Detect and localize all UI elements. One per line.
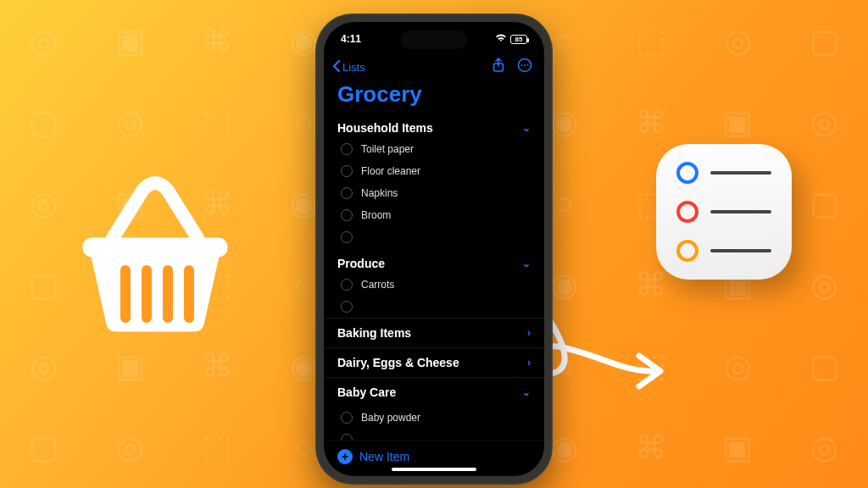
chevron-right-icon: › (527, 327, 531, 339)
svg-rect-0 (83, 238, 227, 257)
promo-stage: ◎▣⌘◉◇▤○⬚◎▢ ▢◎⬚○▤◇◉⌘▣◎ ◎▣⌘◉◇▤○⬚◎▢ ▢◎⬚○▤◇◉… (0, 0, 868, 488)
checkbox-circle[interactable] (341, 165, 353, 177)
chevron-down-icon: ⌄ (522, 258, 531, 269)
reminders-app-icon (656, 144, 792, 280)
checkbox-circle[interactable] (341, 434, 353, 440)
section-head-household[interactable]: Household Items ⌄ (324, 114, 544, 138)
list-title: Grocery (324, 80, 544, 114)
back-button[interactable]: Lists (332, 60, 365, 75)
checkbox-circle[interactable] (341, 209, 353, 221)
section-label: Household Items (337, 121, 433, 135)
section-head-babycare[interactable]: Baby Care ⌄ (324, 377, 544, 407)
checkbox-circle[interactable] (341, 231, 353, 243)
svg-point-8 (524, 64, 526, 66)
reminder-item[interactable]: Broom (324, 204, 544, 226)
battery-icon: 85 (510, 35, 527, 44)
checkbox-circle[interactable] (341, 143, 353, 155)
reminder-item[interactable]: Baby powder (324, 407, 544, 429)
section-label: Baby Care (337, 385, 396, 399)
reminder-item[interactable]: Carrots (324, 274, 544, 296)
more-icon[interactable] (517, 58, 532, 76)
back-label: Lists (342, 61, 365, 74)
dynamic-island (401, 30, 467, 49)
section-head-dairy[interactable]: Dairy, Eggs & Cheese › (324, 347, 544, 377)
chevron-down-icon: ⌄ (522, 386, 531, 398)
section-label: Dairy, Eggs & Cheese (337, 356, 459, 369)
svg-point-7 (521, 64, 523, 66)
chevron-left-icon (332, 60, 341, 75)
reminder-item-empty[interactable] (324, 296, 544, 318)
iphone-frame: 4:11 85 Lists (315, 14, 553, 485)
svg-point-9 (527, 64, 529, 66)
checkbox-circle[interactable] (341, 279, 353, 291)
section-label: Produce (337, 257, 385, 270)
plus-circle-icon: + (337, 449, 353, 464)
new-item-label: New Item (359, 450, 409, 463)
reminder-item[interactable]: Toilet paper (324, 138, 544, 160)
list-content[interactable]: Household Items ⌄ Toilet paper Floor cle… (324, 114, 544, 440)
section-head-produce[interactable]: Produce ⌄ (324, 248, 544, 274)
chevron-down-icon: ⌄ (522, 122, 531, 134)
checkbox-circle[interactable] (341, 412, 353, 424)
basket-icon (66, 165, 244, 338)
share-icon[interactable] (492, 58, 505, 76)
reminder-item[interactable]: Napkins (324, 182, 544, 204)
checkbox-circle[interactable] (341, 301, 353, 313)
checkbox-circle[interactable] (341, 187, 353, 199)
home-indicator[interactable] (392, 468, 476, 471)
chevron-right-icon: › (527, 357, 531, 369)
reminder-item-empty[interactable] (324, 226, 544, 248)
section-head-baking[interactable]: Baking Items › (324, 318, 544, 347)
wifi-icon (495, 33, 507, 45)
section-label: Baking Items (337, 326, 411, 340)
nav-bar: Lists (324, 56, 544, 80)
status-time: 4:11 (341, 33, 361, 45)
reminder-item[interactable]: Floor cleaner (324, 160, 544, 182)
reminder-item-empty[interactable] (324, 429, 544, 440)
screen: 4:11 85 Lists (324, 22, 544, 476)
